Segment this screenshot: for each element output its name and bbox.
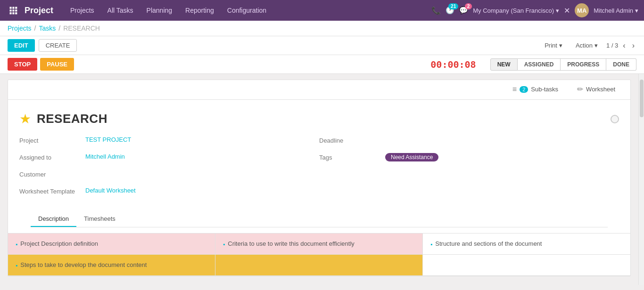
- username-label: Mitchell Admin: [594, 7, 633, 14]
- svg-rect-5: [15, 9, 17, 11]
- company-chevron-icon: ▾: [556, 7, 559, 14]
- customer-field-row: Customer: [19, 170, 319, 183]
- left-fields: Project TEST PROJECT Assigned to Mitchel…: [19, 136, 319, 204]
- svg-rect-7: [12, 12, 14, 14]
- desc-cell-2-3: [423, 255, 630, 275]
- content-tabs: Description Timesheets: [31, 211, 608, 227]
- task-star-icon[interactable]: ★: [19, 111, 31, 127]
- edit-button[interactable]: EDIT: [8, 39, 35, 52]
- list-item: Structure and sections of the document: [430, 239, 623, 249]
- worksheet-tab[interactable]: ✏ Worksheet: [568, 80, 625, 99]
- description-table: Project Description definition Criteria …: [8, 233, 630, 276]
- menu-projects[interactable]: Projects: [65, 4, 100, 17]
- avatar[interactable]: MA: [575, 3, 589, 17]
- tags-field-row: Tags Need Assistance: [319, 153, 619, 166]
- menu-reporting[interactable]: Reporting: [180, 4, 220, 17]
- task-body: ★ RESEARCH Project TEST PROJECT Assigned…: [8, 100, 630, 233]
- app-name: Project: [25, 6, 53, 16]
- action-label: Action: [576, 42, 593, 49]
- tab-timesheets[interactable]: Timesheets: [76, 211, 123, 227]
- company-name: My Company (San Francisco): [473, 7, 554, 14]
- pagination: 1 / 3 ‹ ›: [606, 41, 636, 50]
- print-label: Print: [545, 42, 557, 49]
- table-row: Project Description definition Criteria …: [8, 234, 630, 255]
- worksheet-pencil-icon: ✏: [577, 85, 583, 94]
- messages-icon[interactable]: 💬 2: [459, 6, 468, 15]
- svg-rect-0: [10, 7, 12, 9]
- tab-description[interactable]: Description: [31, 211, 76, 227]
- username-display[interactable]: Mitchell Admin ▾: [594, 7, 638, 14]
- pagination-next-button[interactable]: ›: [630, 41, 636, 50]
- print-button[interactable]: Print ▾: [540, 40, 567, 51]
- timer-display: 00:00:08: [430, 59, 476, 70]
- top-menu: Projects All Tasks Planning Reporting Co…: [65, 4, 431, 17]
- form-fields: Project TEST PROJECT Assigned to Mitchel…: [19, 136, 619, 204]
- action-chevron-icon: ▾: [594, 42, 598, 49]
- stage-new-button[interactable]: NEW: [490, 58, 518, 71]
- breadcrumb-sep-2: /: [58, 24, 60, 32]
- desc-cell-2-2: [215, 255, 423, 275]
- list-item: Project Description definition: [16, 239, 207, 249]
- stage-buttons: NEW ASSIGNED PROGRESS DONE: [490, 58, 636, 71]
- assigned-value[interactable]: Mitchell Admin: [85, 153, 125, 160]
- activity-icon[interactable]: 🕐 21: [446, 6, 454, 15]
- task-header-tabs: ≡ 2 Sub-tasks ✏ Worksheet: [8, 80, 630, 100]
- svg-rect-8: [15, 12, 17, 14]
- pagination-text: 1 / 3: [606, 42, 618, 49]
- scrollbar[interactable]: [638, 74, 644, 285]
- deadline-label: Deadline: [319, 136, 385, 144]
- topnav-right: 📞 🕐 21 💬 2 My Company (San Francisco) ▾ …: [431, 3, 638, 17]
- form-card: ≡ 2 Sub-tasks ✏ Worksheet ★ RESEARCH: [8, 80, 631, 276]
- pagination-prev-button[interactable]: ‹: [621, 41, 627, 50]
- username-chevron-icon: ▾: [635, 7, 638, 14]
- deadline-field-row: Deadline: [319, 136, 619, 149]
- breadcrumb-sep-1: /: [34, 24, 36, 32]
- customer-label: Customer: [19, 170, 85, 178]
- project-label: Project: [19, 136, 85, 144]
- breadcrumb-current: RESEARCH: [63, 24, 100, 32]
- breadcrumb-projects[interactable]: Projects: [8, 24, 32, 32]
- close-icon[interactable]: ✕: [564, 6, 570, 15]
- svg-rect-4: [12, 9, 14, 11]
- scrollbar-thumb[interactable]: [640, 80, 644, 117]
- stage-done-button[interactable]: DONE: [606, 58, 636, 71]
- stage-progress-button[interactable]: PROGRESS: [561, 58, 606, 71]
- phone-icon[interactable]: 📞: [431, 6, 441, 15]
- stage-assigned-button[interactable]: ASSIGNED: [518, 58, 561, 71]
- tags-label: Tags: [319, 153, 385, 161]
- company-selector[interactable]: My Company (San Francisco) ▾: [473, 7, 559, 14]
- worksheet-template-field-row: Worksheet Template Default Worksheet: [19, 187, 319, 200]
- activity-badge: 21: [448, 3, 458, 9]
- stop-button[interactable]: STOP: [8, 58, 37, 71]
- timer-bar: STOP PAUSE 00:00:08 NEW ASSIGNED PROGRES…: [0, 55, 644, 74]
- pause-button[interactable]: PAUSE: [40, 58, 74, 71]
- worksheet-template-label: Worksheet Template: [19, 187, 85, 195]
- svg-rect-3: [10, 9, 12, 11]
- list-item-text: Criteria to use to write this document e…: [228, 239, 355, 249]
- menu-configuration[interactable]: Configuration: [222, 4, 272, 17]
- desc-cell-1-3: Structure and sections of the document: [423, 234, 630, 254]
- worksheet-template-value[interactable]: Default Worksheet: [85, 187, 136, 194]
- top-navigation: Project Projects All Tasks Planning Repo…: [0, 0, 644, 21]
- project-value[interactable]: TEST PROJECT: [85, 136, 131, 143]
- create-button[interactable]: CREATE: [39, 39, 77, 52]
- breadcrumb: Projects / Tasks / RESEARCH: [0, 21, 644, 36]
- subtasks-icon: ≡: [512, 85, 517, 94]
- action-bar: EDIT CREATE Print ▾ Action ▾ 1 / 3 ‹ ›: [0, 36, 644, 55]
- list-item: Criteria to use to write this document e…: [223, 239, 415, 249]
- list-item-text: Structure and sections of the document: [435, 239, 542, 249]
- breadcrumb-tasks[interactable]: Tasks: [39, 24, 56, 32]
- assigned-field-row: Assigned to Mitchell Admin: [19, 153, 319, 166]
- task-status-circle[interactable]: [611, 115, 619, 123]
- task-title-row: ★ RESEARCH: [19, 111, 619, 127]
- list-item: Steps to take to develop the document co…: [16, 260, 207, 270]
- svg-rect-2: [15, 7, 17, 9]
- subtasks-tab[interactable]: ≡ 2 Sub-tasks: [503, 80, 568, 99]
- grid-menu-icon[interactable]: [6, 3, 21, 18]
- menu-all-tasks[interactable]: All Tasks: [102, 4, 139, 17]
- worksheet-label: Worksheet: [586, 86, 615, 93]
- tags-value[interactable]: Need Assistance: [385, 153, 438, 161]
- action-button[interactable]: Action ▾: [571, 40, 603, 51]
- task-title: RESEARCH: [37, 112, 107, 126]
- menu-planning[interactable]: Planning: [141, 4, 178, 17]
